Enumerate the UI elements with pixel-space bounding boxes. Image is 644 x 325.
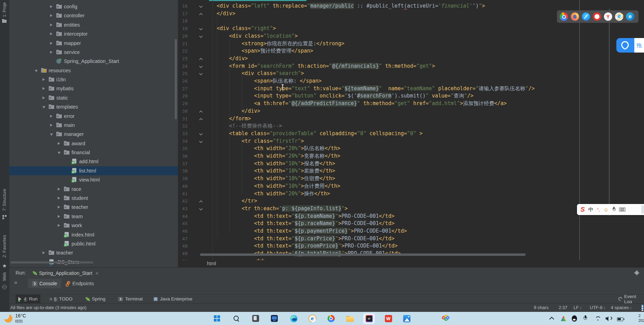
chevron-collapsed-icon[interactable] — [50, 5, 53, 8]
fold-close-icon[interactable] — [199, 118, 202, 121]
code-line-27[interactable]: 27<input type="text" th:value="${teamNam… — [178, 85, 644, 93]
line-number[interactable]: 40 — [178, 183, 188, 190]
line-number[interactable]: 19 — [178, 25, 188, 32]
tray-icon-colorful[interactable] — [559, 314, 568, 323]
fold-open-icon[interactable] — [199, 207, 202, 210]
line-number[interactable]: 41 — [178, 190, 188, 198]
chevron-collapsed-icon[interactable] — [42, 87, 45, 90]
taskbar-icon-idea[interactable]: IJ — [365, 314, 373, 323]
fold-open-icon[interactable] — [199, 72, 202, 75]
project-folder-icon[interactable] — [2, 18, 7, 25]
taskbar-icon-chrome[interactable] — [327, 314, 335, 323]
tree-item-spring-application-start[interactable]: Spring_Application_Start — [9, 57, 178, 66]
chevron-collapsed-icon[interactable] — [58, 197, 60, 199]
code-line-40[interactable]: 40<th width="10%">合计费用</th> — [178, 183, 644, 190]
dock-browser-chrome-icon[interactable] — [560, 12, 568, 21]
line-number[interactable]: 33 — [178, 130, 188, 138]
code-line-42[interactable]: 42</tr> — [178, 197, 644, 205]
tree-item-teacher[interactable]: teacher — [9, 203, 178, 212]
code-line-19[interactable]: 19<div class="right"> — [178, 25, 644, 32]
dock-browser-ie-icon[interactable]: e — [615, 12, 623, 21]
chevron-expanded-icon[interactable] — [58, 152, 60, 154]
line-number[interactable]: 44 — [178, 213, 188, 220]
code-line-35[interactable]: 35<th width="20%">队伍名称</th> — [178, 145, 644, 152]
structure-icon[interactable] — [2, 215, 7, 219]
line-number[interactable]: 42 — [178, 197, 188, 205]
tree-item-mapper[interactable]: mapper — [9, 39, 178, 48]
line-number[interactable]: 28 — [178, 92, 188, 100]
line-number[interactable]: 32 — [178, 122, 188, 130]
fold-open-icon[interactable] — [199, 64, 202, 68]
dock-browser-opera-icon[interactable] — [593, 12, 601, 21]
chevron-collapsed-icon[interactable] — [58, 142, 60, 145]
line-number[interactable]: 35 — [178, 145, 188, 152]
chevron-collapsed-icon[interactable] — [42, 251, 45, 254]
code-line-28[interactable]: 28<input type="button" onclick="$('#sear… — [178, 92, 644, 100]
dock-browser-edge-icon[interactable]: e — [626, 12, 634, 21]
line-number[interactable]: 20 — [178, 32, 188, 40]
tree-item-controller[interactable]: controller — [9, 11, 178, 20]
line-number[interactable]: 47 — [178, 235, 188, 243]
chevron-collapsed-icon[interactable] — [50, 24, 53, 26]
line-number[interactable]: 43 — [178, 205, 188, 213]
fold-close-icon[interactable] — [199, 110, 202, 114]
taskbar-icon-wps[interactable]: W — [384, 314, 392, 323]
taskbar-icon-ie-ring[interactable]: e — [308, 314, 316, 323]
code-line-26[interactable]: 26<span>队伍名称: </span> — [178, 77, 644, 85]
tree-item-resources[interactable]: resources — [9, 66, 178, 75]
code-line-23[interactable]: 23</div> — [178, 55, 644, 63]
keyboard-icon[interactable] — [619, 207, 625, 212]
code-line-45[interactable]: 45<td th:text="${p.raceName}">PRO-CODE—0… — [178, 220, 644, 228]
fold-open-icon[interactable] — [199, 139, 202, 143]
chevron-expanded-icon[interactable] — [35, 70, 38, 72]
code-line-38[interactable]: 38<th width="10%">差旅费</th> — [178, 167, 644, 175]
taskbar-icon-pc-blue[interactable] — [270, 314, 278, 323]
tree-item-manager[interactable]: manager — [9, 130, 178, 139]
tree-item-index-html[interactable]: Hindex.html — [9, 230, 178, 239]
line-number[interactable]: 39 — [178, 175, 188, 183]
editor-vertical-scrollbar[interactable] — [609, 9, 610, 216]
line-number[interactable]: 23 — [178, 55, 188, 63]
code-line-46[interactable]: 46<td th:text="${p.paymentPrice}">PRO-CO… — [178, 228, 644, 235]
chevrons-icon[interactable]: » — [14, 279, 17, 286]
fold-close-icon[interactable] — [199, 58, 202, 61]
code-line-37[interactable]: 37<th width="10%">报名费</th> — [178, 160, 644, 168]
taskbar-icon-win[interactable] — [213, 314, 221, 323]
toolbar-button-terminal[interactable]: ❯Terminal — [115, 295, 145, 303]
line-number[interactable]: 26 — [178, 77, 188, 85]
tree-item-work[interactable]: work — [9, 221, 178, 230]
tree-item-interceptor[interactable]: interceptor — [9, 29, 178, 38]
dock-browser-safari-icon[interactable] — [582, 12, 590, 21]
tree-item-view-html[interactable]: Hview.html — [9, 175, 178, 184]
tree-item-main[interactable]: main — [9, 121, 178, 130]
code-line-33[interactable]: 33<table class="providerTable" cellpaddi… — [178, 130, 644, 138]
code-line-24[interactable]: 24<form id="searchForm" th:action="@{/mf… — [178, 63, 644, 70]
code-line-41[interactable]: 41<th width="20%">操作</th> — [178, 190, 644, 198]
code-line-29[interactable]: 29<a th:href="@{/addPredictFinance}" th:… — [178, 100, 644, 108]
tray-icon-volume[interactable] — [605, 314, 613, 323]
line-number[interactable]: 17 — [178, 10, 188, 18]
line-number[interactable]: 48 — [178, 242, 188, 250]
code-line-48[interactable]: 48<td th:text="${p.roomPrice}">PRO-CODE—… — [178, 242, 644, 250]
taskbar-icon-photos[interactable] — [402, 314, 411, 323]
code-line-25[interactable]: 25<div class="search"> — [178, 70, 644, 77]
line-number[interactable]: 30 — [178, 108, 188, 115]
tree-item-public-html[interactable]: Hpublic.html — [9, 239, 178, 248]
emoji-icon[interactable]: ☺ — [604, 207, 609, 213]
dock-browser-yandex-icon[interactable]: Y — [604, 12, 612, 21]
line-number[interactable]: 21 — [178, 40, 188, 48]
taskbar-weather[interactable]: 16°C晴朗 — [4, 313, 26, 324]
ime-language-toggle[interactable]: 中 — [588, 206, 594, 213]
line-number[interactable]: 37 — [178, 160, 188, 168]
line-number[interactable]: 27 — [178, 85, 188, 93]
tree-horizontal-scrollbar[interactable] — [10, 261, 93, 263]
line-number[interactable]: 24 — [178, 63, 188, 70]
tree-item-student[interactable]: student — [9, 194, 178, 203]
editor-horizontal-scrollbar[interactable] — [200, 253, 525, 256]
tree-item-teacher[interactable]: teacher — [9, 248, 178, 257]
line-number[interactable]: 46 — [178, 228, 188, 235]
chevron-collapsed-icon[interactable] — [50, 42, 53, 45]
code-line-20[interactable]: 20<div class="location"> — [178, 32, 644, 40]
code-line-16[interactable]: 16<div class="left" th:replace="manager/… — [178, 2, 644, 10]
tab-console[interactable]: ❯Console — [28, 279, 61, 288]
